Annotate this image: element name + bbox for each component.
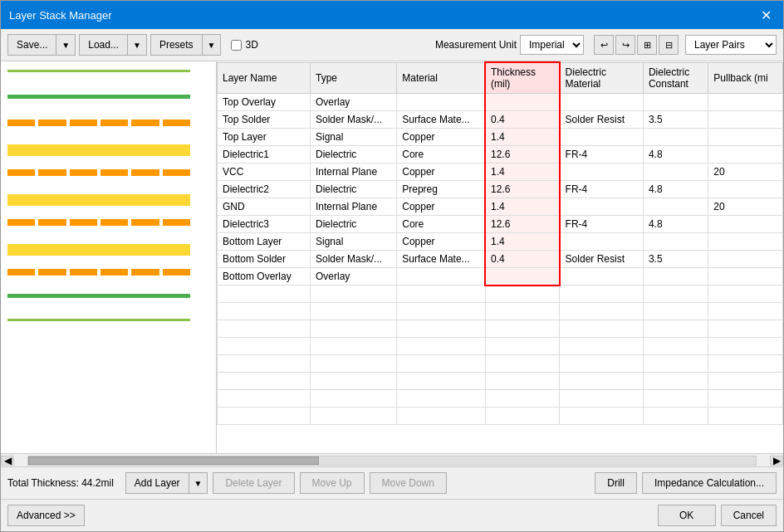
table-row[interactable]: Top Layer Signal Copper 1.4: [218, 129, 783, 146]
cell-dielectric-material[interactable]: Solder Resist: [560, 111, 644, 129]
cell-type[interactable]: Solder Mask/...: [311, 111, 397, 129]
add-layer-button[interactable]: Add Layer: [125, 472, 189, 494]
scroll-thumb[interactable]: [28, 456, 319, 465]
scroll-track[interactable]: [27, 456, 757, 466]
scroll-left-button[interactable]: ◀: [1, 456, 14, 466]
cell-type[interactable]: Signal: [311, 129, 397, 146]
cell-type[interactable]: Dielectric: [311, 216, 397, 233]
cell-dielectric-constant[interactable]: 3.5: [643, 251, 708, 268]
cell-type[interactable]: Dielectric: [311, 146, 397, 164]
table-row[interactable]: Top Solder Solder Mask/... Surface Mate.…: [218, 111, 783, 129]
cell-thickness[interactable]: 1.4: [485, 129, 560, 146]
cell-material[interactable]: Core: [397, 146, 485, 164]
cell-layer-name[interactable]: Dielectric1: [218, 146, 311, 164]
cell-pullback[interactable]: 20: [708, 164, 783, 181]
layer-pairs-select[interactable]: Layer Pairs: [685, 35, 777, 55]
cell-type[interactable]: Overlay: [311, 268, 397, 286]
cell-layer-name[interactable]: GND: [218, 198, 311, 216]
cell-dielectric-constant[interactable]: 3.5: [643, 111, 708, 129]
cell-dielectric-material[interactable]: [560, 129, 644, 146]
load-dropdown-arrow[interactable]: ▼: [127, 34, 147, 56]
cell-layer-name[interactable]: Bottom Overlay: [218, 268, 311, 286]
cell-dielectric-material[interactable]: FR-4: [560, 216, 644, 233]
save-dropdown-arrow[interactable]: ▼: [56, 34, 76, 56]
presets-dropdown-arrow[interactable]: ▼: [202, 34, 222, 56]
cell-dielectric-material[interactable]: [560, 233, 644, 251]
cell-material[interactable]: Copper: [397, 164, 485, 181]
cell-dielectric-material[interactable]: [560, 94, 644, 111]
cell-dielectric-constant[interactable]: [643, 233, 708, 251]
move-up-button[interactable]: Move Up: [300, 472, 365, 494]
cell-dielectric-constant[interactable]: [643, 94, 708, 111]
cell-type[interactable]: Dielectric: [311, 181, 397, 198]
advanced-button[interactable]: Advanced >>: [7, 505, 85, 526]
cell-material[interactable]: [397, 94, 485, 111]
cell-pullback[interactable]: [708, 233, 783, 251]
icon-button-1[interactable]: ⊞: [637, 35, 657, 55]
move-down-button[interactable]: Move Down: [370, 472, 447, 494]
cell-material[interactable]: Surface Mate...: [397, 251, 485, 268]
presets-button[interactable]: Presets: [150, 34, 202, 56]
cell-dielectric-material[interactable]: [560, 198, 644, 216]
cell-thickness[interactable]: 12.6: [485, 181, 560, 198]
cell-pullback[interactable]: [708, 251, 783, 268]
cell-thickness[interactable]: [485, 268, 560, 286]
cell-pullback[interactable]: 20: [708, 198, 783, 216]
cell-dielectric-constant[interactable]: 4.8: [643, 181, 708, 198]
cell-dielectric-constant[interactable]: 4.8: [643, 146, 708, 164]
horizontal-scrollbar[interactable]: ◀ ▶: [1, 453, 783, 466]
table-row[interactable]: Dielectric3 Dielectric Core 12.6 FR-4 4.…: [218, 216, 783, 233]
save-button[interactable]: Save...: [7, 34, 56, 56]
measurement-unit-select[interactable]: Imperial Metric: [520, 35, 584, 55]
cell-dielectric-constant[interactable]: [643, 164, 708, 181]
table-row[interactable]: Bottom Solder Solder Mask/... Surface Ma…: [218, 251, 783, 268]
icon-button-2[interactable]: ⊟: [659, 35, 679, 55]
cell-thickness[interactable]: 0.4: [485, 251, 560, 268]
table-row[interactable]: VCC Internal Plane Copper 1.4 20: [218, 164, 783, 181]
load-button[interactable]: Load...: [79, 34, 127, 56]
cell-dielectric-material[interactable]: [560, 268, 644, 286]
cell-dielectric-constant[interactable]: 4.8: [643, 216, 708, 233]
cell-material[interactable]: Copper: [397, 233, 485, 251]
drill-button[interactable]: Drill: [595, 472, 637, 494]
table-row[interactable]: Dielectric2 Dielectric Prepreg 12.6 FR-4…: [218, 181, 783, 198]
cell-material[interactable]: Surface Mate...: [397, 111, 485, 129]
impedance-calculation-button[interactable]: Impedance Calculation...: [642, 472, 777, 494]
cell-thickness[interactable]: 1.4: [485, 198, 560, 216]
redo-button[interactable]: ↪: [615, 35, 635, 55]
cell-layer-name[interactable]: Top Layer: [218, 129, 311, 146]
undo-button[interactable]: ↩: [594, 35, 614, 55]
table-row[interactable]: GND Internal Plane Copper 1.4 20: [218, 198, 783, 216]
cell-type[interactable]: Internal Plane: [311, 164, 397, 181]
scroll-right-button[interactable]: ▶: [770, 456, 783, 466]
cell-thickness[interactable]: 0.4: [485, 111, 560, 129]
cell-layer-name[interactable]: Top Overlay: [218, 94, 311, 111]
cell-material[interactable]: [397, 268, 485, 286]
table-row[interactable]: Bottom Layer Signal Copper 1.4: [218, 233, 783, 251]
cell-type[interactable]: Overlay: [311, 94, 397, 111]
cell-layer-name[interactable]: Dielectric3: [218, 216, 311, 233]
cell-material[interactable]: Core: [397, 216, 485, 233]
cell-pullback[interactable]: [708, 129, 783, 146]
cell-material[interactable]: Prepreg: [397, 181, 485, 198]
cell-thickness[interactable]: 12.6: [485, 146, 560, 164]
cell-thickness[interactable]: 12.6: [485, 216, 560, 233]
ok-button[interactable]: OK: [658, 505, 716, 526]
cell-type[interactable]: Solder Mask/...: [311, 251, 397, 268]
table-row[interactable]: Top Overlay Overlay: [218, 94, 783, 111]
cell-dielectric-material[interactable]: FR-4: [560, 146, 644, 164]
cell-pullback[interactable]: [708, 181, 783, 198]
cell-pullback[interactable]: [708, 111, 783, 129]
table-row[interactable]: Bottom Overlay Overlay: [218, 268, 783, 286]
add-layer-dropdown-arrow[interactable]: ▼: [189, 472, 208, 494]
cell-dielectric-constant[interactable]: [643, 268, 708, 286]
cell-pullback[interactable]: [708, 216, 783, 233]
cell-dielectric-material[interactable]: Solder Resist: [560, 251, 644, 268]
cell-pullback[interactable]: [708, 268, 783, 286]
cell-type[interactable]: Internal Plane: [311, 198, 397, 216]
cell-dielectric-constant[interactable]: [643, 129, 708, 146]
layer-table-section[interactable]: Layer Name Type Material Thickness(mil) …: [217, 61, 783, 453]
cell-thickness[interactable]: 1.4: [485, 164, 560, 181]
cell-thickness[interactable]: 1.4: [485, 233, 560, 251]
cancel-button[interactable]: Cancel: [721, 505, 777, 526]
